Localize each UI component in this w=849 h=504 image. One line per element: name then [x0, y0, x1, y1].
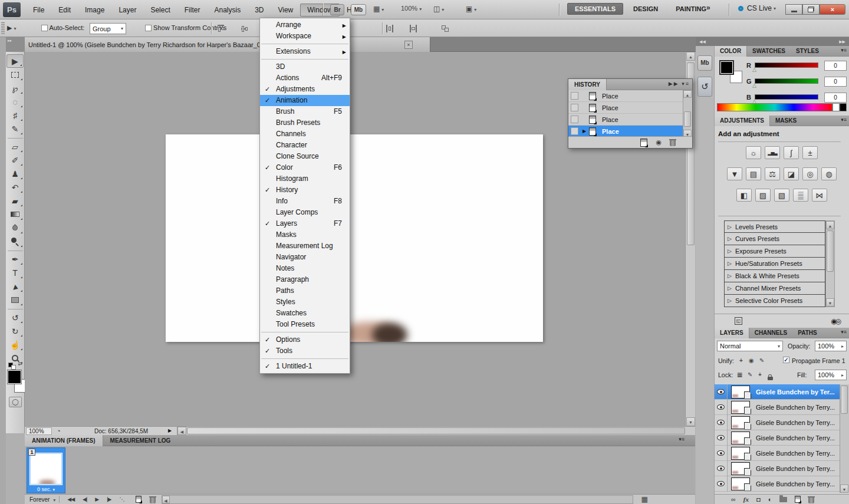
panel-menu-icon[interactable]: ▾≡	[682, 81, 690, 87]
new-group-icon[interactable]	[779, 497, 787, 502]
menu-item-channels[interactable]: Channels	[260, 129, 350, 140]
previous-frame-button[interactable]: ◀|	[83, 496, 87, 502]
black-and-white-button[interactable]: ◪	[784, 167, 799, 180]
channel-value-field[interactable]: 0	[824, 93, 847, 103]
arrange-documents-button[interactable]: ◫▾	[433, 5, 444, 13]
hue-saturation-button[interactable]: ▤	[746, 167, 761, 180]
unify-style-icon[interactable]: ✎	[759, 357, 764, 364]
channel-mixer-button[interactable]: ◍	[821, 167, 837, 180]
mini-bridge-panel-button[interactable]: Mb	[697, 55, 712, 71]
layer-thumbnail[interactable]	[731, 401, 750, 414]
add-layer-mask-icon[interactable]: ◘	[756, 496, 761, 503]
menu-item-styles[interactable]: Styles	[260, 297, 350, 308]
scroll-left-icon[interactable]: ◀	[162, 496, 170, 503]
new-adjustment-layer-icon[interactable]: ◐	[768, 496, 772, 503]
rectangular-marquee-tool[interactable]	[6, 68, 24, 81]
collapse-panel-icon[interactable]: ▶▶	[669, 81, 679, 87]
invert-button[interactable]: ◧	[736, 189, 752, 202]
menu-item-histogram[interactable]: Histogram	[260, 173, 350, 185]
foreground-color-swatch-panel[interactable]	[720, 61, 733, 74]
menu-layer[interactable]: Layer	[111, 4, 143, 17]
menu-item-history[interactable]: ✓History	[260, 185, 350, 196]
gradient-map-button[interactable]: ▒	[793, 189, 808, 202]
spot-healing-brush-tool[interactable]: ▱	[6, 140, 24, 153]
distribute-vertical-centers-icon[interactable]	[409, 25, 418, 32]
view-extras-button[interactable]: ▦▾	[373, 5, 384, 13]
frame-delay-dropdown[interactable]: 0 sec. ▾	[27, 486, 65, 492]
menu-3d[interactable]: 3D	[248, 4, 271, 17]
3d-rotate-tool[interactable]: ↺	[6, 311, 24, 324]
layer-style-icon[interactable]: fx	[743, 496, 749, 503]
spectrum-white-swatch[interactable]	[832, 103, 840, 111]
preset-exposure-presets[interactable]: ▷Exposure Presets	[724, 245, 825, 258]
document-canvas[interactable]	[166, 134, 543, 342]
menu-item-masks[interactable]: Masks	[260, 229, 350, 241]
workspace-design[interactable]: DESIGN	[626, 3, 666, 15]
presets-scroll-thumb[interactable]	[827, 230, 834, 272]
photo-filter-button[interactable]: ◎	[802, 167, 818, 180]
first-frame-button[interactable]: ◀◀	[67, 496, 74, 502]
zoom-level-dropdown[interactable]: 100%▾	[401, 5, 422, 12]
workspace-essentials[interactable]: ESSENTIALS	[567, 3, 623, 15]
menu-item-workspace[interactable]: Workspace▶	[260, 31, 350, 42]
tab-adjustments[interactable]: ADJUSTMENTS	[715, 116, 770, 126]
quick-selection-tool[interactable]: ◌	[6, 95, 24, 108]
posterize-button[interactable]: ▨	[755, 189, 771, 202]
align-top-edges-icon[interactable]	[217, 25, 226, 32]
quick-mask-mode-button[interactable]: ◯	[9, 397, 22, 407]
layer-row[interactable]: Gisele Bundchen by Ter...	[715, 384, 840, 400]
scroll-down-icon[interactable]: ▼	[686, 417, 695, 426]
preset-levels-presets[interactable]: ▷Levels Presets	[724, 220, 825, 233]
channel-slider[interactable]	[755, 94, 818, 100]
lock-image-icon[interactable]: ✎	[748, 371, 752, 378]
layers-scroll-thumb[interactable]	[841, 386, 848, 414]
unify-position-icon[interactable]: +	[739, 357, 743, 364]
layer-thumbnail[interactable]	[731, 462, 750, 475]
move-tool[interactable]: ▶	[6, 54, 24, 68]
current-tool-preset[interactable]: ▶▾	[7, 24, 16, 32]
new-layer-icon[interactable]	[795, 496, 801, 503]
frame-thumbnail[interactable]	[30, 453, 62, 485]
menu-item-options[interactable]: ✓Options	[260, 334, 350, 345]
menu-item-brush-presets[interactable]: Brush Presets	[260, 117, 350, 129]
color-balance-button[interactable]: ⚖	[765, 167, 780, 180]
eraser-tool[interactable]: ▰	[6, 194, 24, 207]
history-panel-flyout-button[interactable]: ↺	[697, 77, 712, 97]
show-transform-checkbox[interactable]	[145, 25, 152, 31]
preset-curves-presets[interactable]: ▷Curves Presets	[724, 233, 825, 245]
launch-mini-bridge-button[interactable]: Mb	[351, 4, 366, 15]
lock-transparency-icon[interactable]: ▦	[737, 371, 742, 378]
menu-item-paths[interactable]: Paths	[260, 285, 350, 297]
scroll-up-icon[interactable]: ▲	[686, 52, 695, 61]
history-brush-tool[interactable]: ↶	[6, 180, 24, 194]
layer-visibility-toggle[interactable]	[715, 430, 728, 446]
clip-to-layer-icon[interactable]: ◉◎	[831, 317, 840, 325]
channel-slider-handle[interactable]: △	[752, 83, 756, 88]
cs-live-menu[interactable]: CS Live ▾	[738, 4, 776, 12]
auto-select-target-dropdown[interactable]: Group ▾	[90, 23, 126, 34]
history-panel-header[interactable]: HISTORY ▶▶ ▾≡	[568, 79, 692, 90]
menu-item-arrange[interactable]: Arrange▶	[260, 19, 350, 31]
panel-menu-icon[interactable]: ▾≡	[841, 329, 847, 335]
color-spectrum-ramp[interactable]	[717, 103, 832, 111]
expand-dock-icon[interactable]: ▶▶	[839, 39, 845, 44]
layer-thumbnail[interactable]	[731, 447, 750, 460]
panel-menu-icon[interactable]: ▾≡	[841, 47, 847, 53]
horizontal-scrollbar[interactable]: ◀	[177, 427, 695, 436]
duplicate-frame-icon[interactable]	[136, 496, 142, 503]
animation-frame-1[interactable]: 1 0 sec. ▾	[27, 447, 65, 493]
default-colors-control[interactable]: ⇄	[8, 361, 22, 369]
animation-scrollbar[interactable]: ◀	[162, 495, 633, 504]
tab-paths[interactable]: PATHS	[792, 328, 822, 338]
close-document-icon[interactable]: ×	[404, 41, 413, 49]
loop-count-dropdown[interactable]: Forever ▾	[29, 496, 55, 503]
layer-thumbnail[interactable]	[731, 416, 750, 429]
menu-select[interactable]: Select	[143, 4, 177, 17]
tab-styles[interactable]: STYLES	[791, 46, 824, 57]
vibrance-button[interactable]: ▼	[727, 167, 742, 180]
layer-visibility-toggle[interactable]	[715, 446, 728, 461]
brush-tool[interactable]: ✐	[6, 153, 24, 167]
delete-layer-icon[interactable]	[808, 496, 814, 503]
panel-menu-icon[interactable]: ▾≡	[679, 436, 685, 442]
menu-item-layers[interactable]: ✓LayersF7	[260, 218, 350, 229]
